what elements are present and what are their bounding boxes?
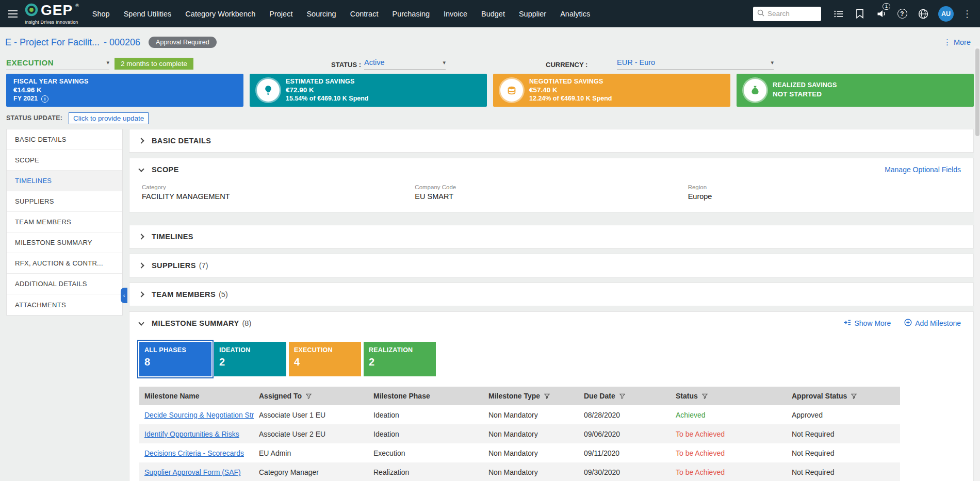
phase-filter-ideation[interactable]: IDEATION 2: [214, 342, 286, 376]
column-header-status[interactable]: Status: [671, 387, 787, 405]
sidebar-collapse-handle[interactable]: ‹: [121, 288, 127, 303]
nav-item-spend-utilities[interactable]: Spend Utilities: [124, 10, 172, 18]
currency-dropdown[interactable]: EUR - Euro ▾: [617, 58, 774, 70]
scope-header[interactable]: SCOPE Manage Optional Fields: [129, 158, 973, 181]
user-avatar[interactable]: AU: [938, 6, 954, 22]
sidebar-item-basic-details[interactable]: BASIC DETAILS: [7, 129, 122, 150]
project-phase-dropdown[interactable]: EXECUTION ▾: [6, 58, 109, 70]
vertical-scrollbar[interactable]: [974, 46, 980, 481]
globe-icon[interactable]: [917, 8, 929, 20]
sidebar-item-timelines[interactable]: TIMELINES: [7, 171, 122, 191]
cell-phase: Ideation: [368, 424, 483, 443]
chevron-right-icon: [138, 262, 144, 268]
status-row: EXECUTION ▾ 2 months to complete STATUS …: [0, 57, 980, 73]
sidebar-item-scope[interactable]: SCOPE: [7, 150, 122, 171]
nav-item-purchasing[interactable]: Purchasing: [392, 10, 430, 18]
filter-icon: [619, 393, 625, 399]
add-milestone-button[interactable]: Add Milestone: [904, 319, 961, 328]
coins-icon: [500, 79, 523, 102]
nav-item-project[interactable]: Project: [269, 10, 292, 18]
milestone-link[interactable]: Supplier Approval Form (SAF): [144, 468, 241, 476]
status-dropdown[interactable]: Active ▾: [364, 58, 446, 70]
announcements-icon[interactable]: 1: [875, 8, 887, 20]
project-header: E - Project For Facilit... - 000206 Appr…: [0, 27, 980, 57]
cell-status: Achieved: [671, 405, 787, 424]
show-more-button[interactable]: Show More: [843, 319, 891, 327]
nav-item-sourcing[interactable]: Sourcing: [306, 10, 336, 18]
chevron-right-icon: [138, 138, 144, 143]
manage-optional-fields-link[interactable]: Manage Optional Fields: [885, 165, 961, 174]
phase-filter-realization[interactable]: REALIZATION 2: [364, 342, 436, 376]
nav-item-category-workbench[interactable]: Category Workbench: [185, 10, 255, 18]
nav-item-analytics[interactable]: Analytics: [560, 10, 590, 18]
cell-status: To be Achieved: [671, 443, 787, 462]
panel-milestone-summary: MILESTONE SUMMARY (8) Show More: [129, 311, 974, 481]
phase-filter-all-phases[interactable]: ALL PHASES 8: [139, 342, 211, 376]
team-members-header[interactable]: TEAM MEMBERS (5): [129, 283, 973, 306]
kpi-title: REALIZED SAVINGS: [773, 81, 837, 90]
chevron-down-icon: [138, 320, 144, 325]
column-header-milestone-type[interactable]: Milestone Type: [483, 387, 579, 405]
time-to-complete-badge: 2 months to complete: [115, 58, 193, 70]
milestone-link[interactable]: Decisions Criteria - Scorecards: [144, 449, 244, 457]
more-menu[interactable]: ⋮ More: [943, 38, 971, 47]
nav-item-shop[interactable]: Shop: [92, 10, 110, 18]
search-input[interactable]: [767, 10, 817, 18]
sidebar-item-attachments[interactable]: ATTACHMENTS: [7, 294, 122, 315]
gep-logo-text: GEP: [41, 3, 73, 18]
filter-icon: [306, 393, 312, 399]
cell-assigned-to: Associate User 2 EU: [254, 424, 368, 443]
column-header-assigned-to[interactable]: Assigned To: [254, 387, 368, 405]
column-header-milestone-name[interactable]: Milestone Name: [139, 387, 254, 405]
scrollbar-thumb[interactable]: [975, 48, 979, 136]
status-text: To be Achieved: [676, 430, 725, 438]
chevron-down-icon: ▾: [771, 59, 774, 66]
hamburger-menu-icon[interactable]: [8, 8, 18, 20]
sidebar-item-rfx-auction-contract[interactable]: RFX, AUCTION & CONTR...: [7, 253, 122, 274]
cell-phase: Ideation: [368, 405, 483, 424]
sidebar-item-suppliers[interactable]: SUPPLIERS: [7, 191, 122, 212]
sidebar-item-milestone-summary[interactable]: MILESTONE SUMMARY: [7, 233, 122, 253]
overflow-menu-icon[interactable]: ⋮: [962, 8, 972, 19]
provide-update-button[interactable]: Click to provide update: [69, 112, 149, 124]
money-bag-icon: [744, 79, 766, 102]
basic-details-header[interactable]: BASIC DETAILS: [129, 129, 973, 152]
milestone-summary-header[interactable]: MILESTONE SUMMARY (8) Show More: [129, 312, 973, 335]
cell-due-date: 09/11/2020: [579, 443, 671, 462]
gep-logo[interactable]: GEP ® Insight Drives Innovation: [25, 3, 79, 25]
more-kebab-icon: ⋮: [943, 38, 951, 47]
panel-suppliers: SUPPLIERS (7): [129, 254, 974, 277]
gep-logo-icon: [25, 3, 38, 19]
cell-phase: Execution: [368, 443, 483, 462]
column-header-approval-status[interactable]: Approval Status: [787, 387, 900, 405]
chevron-down-icon: ▾: [443, 59, 446, 66]
filter-icon: [544, 393, 550, 399]
status-label: STATUS :: [331, 61, 361, 69]
kpi-title: FISCAL YEAR SAVINGS: [13, 78, 89, 86]
activity-list-icon[interactable]: [832, 8, 845, 20]
suppliers-header[interactable]: SUPPLIERS (7): [129, 254, 973, 277]
nav-item-supplier[interactable]: Supplier: [519, 10, 546, 18]
phase-filter-execution[interactable]: EXECUTION 4: [289, 342, 361, 376]
nav-item-invoice[interactable]: Invoice: [444, 10, 467, 18]
sidebar-item-team-members[interactable]: TEAM MEMBERS: [7, 212, 122, 233]
info-icon[interactable]: i: [41, 95, 48, 103]
milestone-link[interactable]: Identify Opportunities & Risks: [144, 430, 239, 438]
field-company-code: Company Code EU SMART: [415, 184, 688, 201]
chevron-down-icon: ▾: [106, 59, 109, 66]
milestone-link[interactable]: Decide Sourcing & Negotiation Str...: [144, 411, 254, 419]
column-header-due-date[interactable]: Due Date: [579, 387, 671, 405]
chevron-right-icon: [138, 291, 144, 297]
kpi-cards-row: FISCAL YEAR SAVINGS €14.96 K FY 2021 i E…: [0, 74, 980, 107]
nav-item-budget[interactable]: Budget: [481, 10, 505, 18]
bookmark-icon[interactable]: [854, 8, 866, 20]
status-text: To be Achieved: [676, 468, 725, 476]
status-value: Active: [364, 58, 385, 67]
cell-type: Non Mandatory: [483, 462, 579, 481]
cell-type: Non Mandatory: [483, 405, 579, 424]
sidebar-item-additional-details[interactable]: ADDITIONAL DETAILS: [7, 274, 122, 294]
timelines-header[interactable]: TIMELINES: [129, 225, 973, 248]
help-icon[interactable]: ?: [896, 8, 908, 20]
nav-item-contract[interactable]: Contract: [350, 10, 379, 18]
column-header-milestone-phase[interactable]: Milestone Phase: [368, 387, 483, 405]
